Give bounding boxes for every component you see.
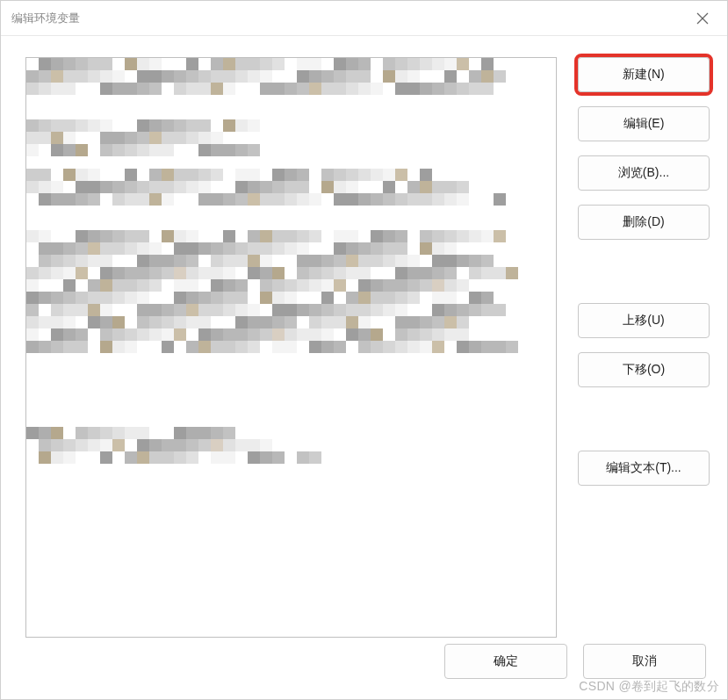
titlebar: 编辑环境变量 <box>1 1 727 36</box>
move-up-button[interactable]: 上移(U) <box>578 303 710 338</box>
delete-button[interactable]: 删除(D) <box>578 205 710 240</box>
move-down-button[interactable]: 下移(O) <box>578 352 710 387</box>
close-icon[interactable] <box>688 4 717 32</box>
side-button-column: 新建(N) 编辑(E) 浏览(B)... 删除(D) 上移(U) 下移(O) 编… <box>578 57 710 638</box>
dialog-title: 编辑环境变量 <box>11 11 688 26</box>
listbox-inner <box>26 58 556 637</box>
edit-env-var-dialog: 编辑环境变量 新建(N) 编辑(E) 浏览(B)... 删除(D) 上移(U) … <box>0 0 728 700</box>
new-button[interactable]: 新建(N) <box>578 57 710 92</box>
content-area: 新建(N) 编辑(E) 浏览(B)... 删除(D) 上移(U) 下移(O) 编… <box>1 36 727 638</box>
x-icon <box>696 12 709 25</box>
spacer <box>578 401 710 437</box>
spacer <box>578 254 710 289</box>
dialog-footer: 确定 取消 <box>1 638 727 699</box>
edit-button[interactable]: 编辑(E) <box>578 106 710 141</box>
env-var-listbox[interactable] <box>25 57 557 638</box>
ok-button[interactable]: 确定 <box>444 644 567 679</box>
cancel-button[interactable]: 取消 <box>583 644 706 679</box>
browse-button[interactable]: 浏览(B)... <box>578 155 710 191</box>
blurred-content <box>26 58 556 637</box>
edit-text-button[interactable]: 编辑文本(T)... <box>578 451 710 486</box>
